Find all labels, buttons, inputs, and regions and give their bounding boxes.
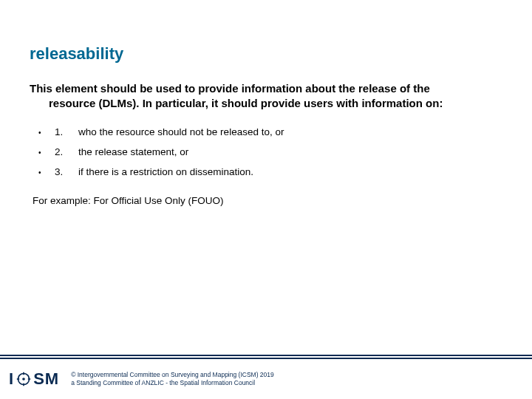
logo-letters-sm: SM (33, 369, 59, 389)
copyright-line-1: © Intergovernmental Committee on Surveyi… (71, 371, 274, 379)
slide-content: releasability This element should be use… (0, 0, 532, 358)
logo-letter-i: I (9, 369, 14, 389)
bullet-icon: • (38, 168, 55, 177)
intro-line-2: resource (DLMs). In particular, it shoul… (30, 96, 502, 111)
bullet-icon: • (38, 149, 55, 157)
numbered-list: • 1. who the resource should not be rele… (30, 122, 502, 182)
list-text: the release statement, or (78, 146, 502, 157)
bullet-icon: • (38, 129, 55, 137)
intro-line-1: This element should be used to provide i… (30, 82, 430, 95)
slide-title: releasability (30, 44, 502, 64)
list-text: if there is a restriction on disseminati… (78, 166, 502, 177)
compass-icon (16, 372, 31, 386)
svg-point-5 (22, 378, 25, 381)
list-text: who the resource should not be released … (78, 126, 502, 137)
list-number: 2. (55, 146, 78, 157)
slide: releasability This element should be use… (0, 0, 532, 399)
slide-footer: I SM © Intergovernmental Committee on Su… (0, 358, 532, 399)
icsm-logo: I SM (9, 369, 59, 389)
copyright-text: © Intergovernmental Committee on Surveyi… (71, 371, 274, 386)
copyright-line-2: a Standing Committee of ANZLIC - the Spa… (71, 379, 274, 387)
list-number: 1. (55, 126, 78, 137)
list-item: • 2. the release statement, or (30, 142, 502, 162)
list-item: • 3. if there is a restriction on dissem… (30, 162, 502, 182)
list-number: 3. (55, 166, 78, 177)
intro-paragraph: This element should be used to provide i… (30, 81, 502, 112)
example-text: For example: For Official Use Only (FOUO… (30, 195, 502, 206)
list-item: • 1. who the resource should not be rele… (30, 122, 502, 142)
